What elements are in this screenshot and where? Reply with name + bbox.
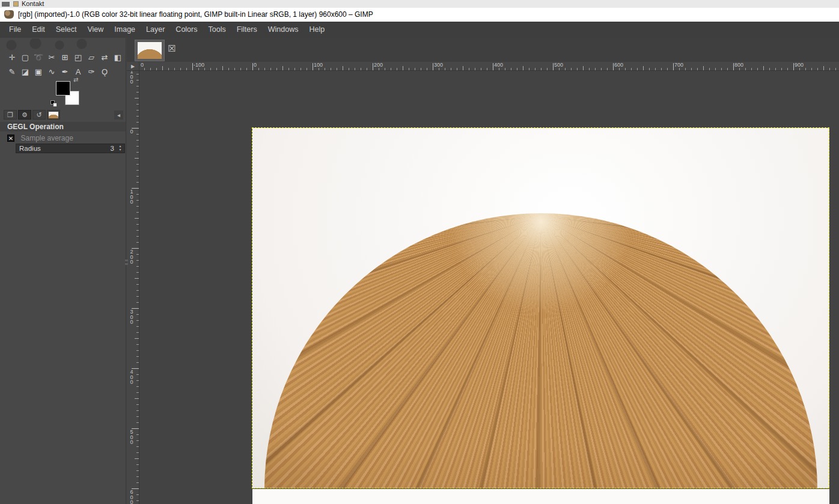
title-bar: [rgb] (imported)-1.0 (RGB color 32-bit l…	[0, 8, 839, 22]
paths-tool-icon[interactable]: ✒	[59, 66, 71, 78]
h-ruler-label: 800	[734, 62, 743, 68]
shear-tool-icon[interactable]: ▱	[85, 52, 97, 64]
h-ruler-label: 600	[614, 62, 623, 68]
move-tool-icon[interactable]: ✛	[6, 52, 18, 64]
h-ruler-label: 900	[795, 62, 804, 68]
h-ruler-label: 700	[674, 62, 683, 68]
v-ruler-label: 3 0 0	[129, 309, 135, 325]
menu-windows[interactable]: Windows	[263, 22, 304, 38]
h-ruler-label: 0	[141, 62, 144, 68]
h-ruler-label: 300	[434, 62, 443, 68]
close-tab-icon[interactable]: ☒	[166, 43, 177, 54]
sample-average-checkbox[interactable]: ✕	[7, 135, 14, 142]
crop-tool-icon[interactable]: ⊞	[59, 52, 71, 64]
paintbrush-tool-icon[interactable]: ✎	[6, 66, 18, 78]
image-tab-thumbnail	[138, 42, 162, 59]
background-window-strip: Kontakt	[0, 0, 839, 8]
menu-view[interactable]: View	[82, 22, 109, 38]
tool-row-1: ✛▢➰✂⊞◰▱⇄◧	[6, 52, 124, 64]
vertical-ruler[interactable]: 1 0 001 0 02 0 03 0 04 0 05 0 06 0 0	[127, 71, 139, 504]
sample-average-row: ✕ Sample average	[7, 132, 73, 141]
v-ruler-label: 1 0 0	[129, 71, 135, 85]
dock-thumbnail-icon	[49, 112, 58, 118]
zoom-tool-icon[interactable]: Ǫ	[99, 66, 111, 78]
rectangle-select-tool-icon[interactable]: ▢	[19, 52, 31, 64]
v-ruler-label: 6 0 0	[129, 490, 135, 504]
tab-device-status[interactable]: ⚙	[18, 110, 31, 120]
image-tab[interactable]	[135, 40, 165, 61]
clone-tool-icon[interactable]: ▣	[32, 66, 44, 78]
background-checkbox-icon	[13, 1, 19, 7]
dock-tab-bar: ❐⚙↺◂	[4, 110, 123, 120]
radius-spinner[interactable]: Radius 3 ▴ ▾	[16, 144, 125, 153]
v-ruler-label: 2 0 0	[129, 249, 135, 265]
v-ruler-label: 0	[129, 129, 135, 135]
h-ruler-label: 200	[374, 62, 383, 68]
swap-colors-icon[interactable]: ⇄	[73, 76, 78, 83]
menu-select[interactable]: Select	[50, 22, 82, 38]
image-canvas	[252, 128, 829, 488]
flip-tool-icon[interactable]: ⇄	[99, 52, 111, 64]
spin-down-icon[interactable]: ▾	[117, 148, 123, 151]
tool-options-header: GEGL Operation	[0, 122, 126, 132]
scissors-select-tool-icon[interactable]: ✂	[46, 52, 58, 64]
tab-undo-history[interactable]: ↺	[32, 110, 46, 120]
v-ruler-label: 1 0 0	[129, 189, 135, 205]
wooden-sphere-image	[264, 213, 817, 488]
menu-bar: FileEditSelectViewImageLayerColorsToolsF…	[0, 22, 839, 38]
menu-image[interactable]: Image	[109, 22, 141, 38]
menu-file[interactable]: File	[4, 22, 26, 38]
h-ruler-label: 500	[554, 62, 563, 68]
eraser-tool-icon[interactable]: ◪	[19, 66, 31, 78]
tab-image-thumbnail[interactable]	[47, 110, 60, 120]
menu-help[interactable]: Help	[304, 22, 330, 38]
radius-spin-arrows[interactable]: ▴ ▾	[117, 144, 123, 151]
menu-edit[interactable]: Edit	[26, 22, 50, 38]
smudge-tool-icon[interactable]: ∿	[46, 66, 58, 78]
h-ruler-label: 100	[314, 62, 323, 68]
v-ruler-label: 5 0 0	[129, 430, 135, 445]
horizontal-ruler[interactable]: 0-1000100200300400500600700800900	[139, 62, 839, 71]
h-ruler-label: -100	[194, 62, 204, 68]
sample-average-label: Sample average	[20, 134, 73, 142]
canvas-viewport[interactable]	[139, 71, 839, 504]
background-window-label: Kontakt	[22, 0, 44, 7]
unified-transform-tool-icon[interactable]: ◰	[72, 52, 84, 64]
background-window-icon	[2, 2, 10, 7]
wilber-watermark-icon	[2, 38, 108, 50]
window-title: [rgb] (imported)-1.0 (RGB color 32-bit l…	[18, 8, 373, 22]
below-canvas-strip	[252, 489, 829, 504]
h-ruler-label: 0	[254, 62, 257, 68]
menu-colors[interactable]: Colors	[170, 22, 203, 38]
menu-tools[interactable]: Tools	[203, 22, 231, 38]
free-select-tool-icon[interactable]: ➰	[32, 52, 44, 64]
v-ruler-label: 4 0 0	[129, 369, 135, 385]
dock-menu-arrow-icon[interactable]: ◂	[114, 111, 123, 120]
h-ruler-label: 400	[494, 62, 503, 68]
gradient-tool-icon[interactable]: ◧	[112, 52, 124, 64]
ink-tool-icon[interactable]: ✑	[85, 66, 97, 78]
image-tab-strip: ☒	[127, 38, 839, 62]
image-window: ☒ ▶ 0-1000100200300400500600700800900 1 …	[127, 38, 839, 504]
reset-colors-icon[interactable]	[50, 100, 58, 108]
tool-row-2: ✎◪▣∿✒A✑Ǫ	[6, 66, 111, 78]
menu-layer[interactable]: Layer	[141, 22, 170, 38]
menu-filters[interactable]: Filters	[231, 22, 263, 38]
ruler-corner-menu-button[interactable]: ▶	[127, 62, 139, 71]
toolbox-panel: ✛▢➰✂⊞◰▱⇄◧ ✎◪▣∿✒A✑Ǫ ⇄ ❐⚙↺◂ GEGL Operation…	[0, 38, 126, 504]
radius-label: Radius	[19, 144, 41, 153]
radius-value: 3	[111, 144, 114, 153]
panel-splitter-handle[interactable]	[125, 260, 128, 268]
reset-white-swatch	[53, 103, 57, 107]
gimp-app-icon	[4, 10, 14, 19]
foreground-color-swatch[interactable]	[56, 81, 70, 96]
tab-tool-options[interactable]: ❐	[4, 110, 17, 120]
